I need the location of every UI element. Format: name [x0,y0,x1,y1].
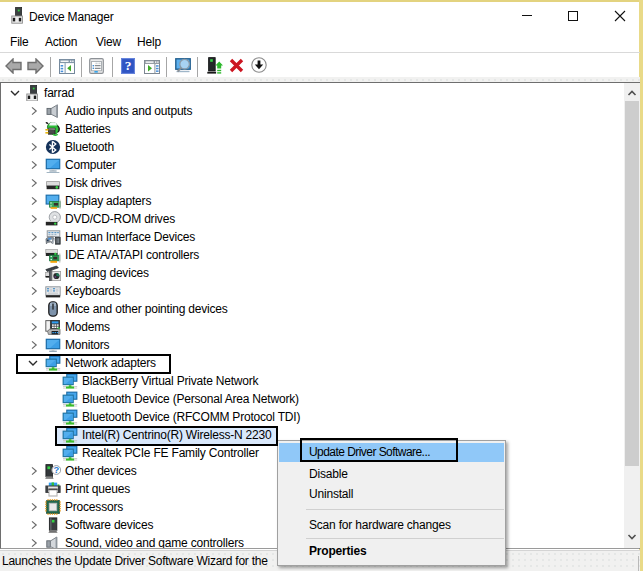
svg-text:?: ? [125,58,132,73]
svg-text:?: ? [53,464,59,475]
